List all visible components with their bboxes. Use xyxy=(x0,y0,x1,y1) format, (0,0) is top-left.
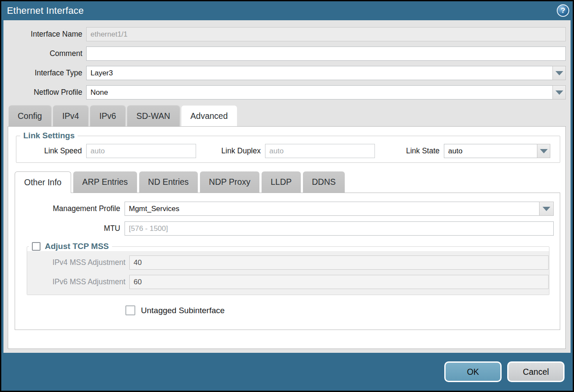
management-profile-dropdown-button[interactable] xyxy=(539,202,554,216)
comment-input[interactable] xyxy=(86,47,566,61)
ipv4-mss-label: IPv4 MSS Adjustment xyxy=(27,258,129,267)
ipv4-mss-row: IPv4 MSS Adjustment xyxy=(27,255,549,270)
link-speed-input[interactable] xyxy=(86,144,196,158)
ipv6-mss-input xyxy=(129,275,549,289)
link-duplex-input[interactable] xyxy=(265,144,375,158)
netflow-profile-row: Netflow Profile xyxy=(3,85,566,100)
comment-row: Comment xyxy=(3,47,566,61)
chevron-down-icon xyxy=(543,207,550,211)
comment-label: Comment xyxy=(3,49,86,58)
interface-type-input[interactable] xyxy=(86,66,553,80)
tab-sdwan[interactable]: SD-WAN xyxy=(127,106,179,126)
subtab-ddns[interactable]: DDNS xyxy=(303,171,345,193)
link-state-input[interactable] xyxy=(444,144,537,158)
dialog-body: Interface Name Comment Interface Type Ne… xyxy=(3,20,571,353)
link-settings-row: Link Speed Link Duplex Link State xyxy=(16,144,560,158)
advanced-panel: Link Settings Link Speed Link Duplex Lin… xyxy=(8,126,566,349)
netflow-profile-input[interactable] xyxy=(86,85,553,100)
ipv6-mss-label: IPv6 MSS Adjustment xyxy=(27,277,129,286)
adjust-tcp-mss-fieldset: Adjust TCP MSS IPv4 MSS Adjustment IPv6 … xyxy=(27,242,549,295)
interface-type-dropdown-button[interactable] xyxy=(552,66,566,80)
adjust-tcp-mss-checkbox[interactable] xyxy=(32,242,41,251)
other-info-panel: Management Profile MTU xyxy=(15,193,560,330)
tab-config[interactable]: Config xyxy=(9,106,51,126)
chevron-down-icon xyxy=(540,149,548,153)
ok-button[interactable]: OK xyxy=(444,361,502,382)
titlebar: Ethernet Interface ? xyxy=(1,1,573,20)
management-profile-row: Management Profile xyxy=(15,202,554,216)
chevron-down-icon xyxy=(555,90,563,95)
netflow-profile-dropdown-button[interactable] xyxy=(552,85,566,100)
sub-tabs: Other Info ARP Entries ND Entries NDP Pr… xyxy=(8,171,565,193)
untagged-subinterface-label: Untagged Subinterface xyxy=(141,306,225,315)
untagged-subinterface-row: Untagged Subinterface xyxy=(15,305,560,315)
window-title: Ethernet Interface xyxy=(7,5,84,16)
chevron-down-icon xyxy=(555,71,563,75)
adjust-tcp-mss-label: Adjust TCP MSS xyxy=(45,242,109,251)
tab-ipv4[interactable]: IPv4 xyxy=(53,106,88,126)
management-profile-input[interactable] xyxy=(125,202,540,216)
link-settings-fieldset: Link Settings Link Speed Link Duplex Lin… xyxy=(16,131,560,163)
mtu-row: MTU xyxy=(15,221,554,236)
interface-name-row: Interface Name xyxy=(3,27,566,41)
subtab-other-info[interactable]: Other Info xyxy=(15,171,71,193)
ipv4-mss-input xyxy=(129,255,549,270)
adjust-tcp-mss-legend: Adjust TCP MSS xyxy=(29,242,112,251)
link-state-dropdown-button[interactable] xyxy=(537,144,550,158)
netflow-profile-label: Netflow Profile xyxy=(3,88,86,97)
cancel-button[interactable]: Cancel xyxy=(507,361,565,382)
link-settings-legend: Link Settings xyxy=(20,131,78,140)
tab-ipv6[interactable]: IPv6 xyxy=(90,106,125,126)
mss-disabled-box: IPv4 MSS Adjustment IPv6 MSS Adjustment xyxy=(27,251,549,295)
main-tabs: Config IPv4 IPv6 SD-WAN Advanced xyxy=(3,106,571,126)
subtab-nd-entries[interactable]: ND Entries xyxy=(139,171,198,193)
link-speed-label: Link Speed xyxy=(16,146,86,156)
help-icon[interactable]: ? xyxy=(557,4,569,17)
subtab-ndp-proxy[interactable]: NDP Proxy xyxy=(200,171,259,193)
interface-name-input xyxy=(86,27,566,41)
management-profile-label: Management Profile xyxy=(15,204,125,213)
subtab-arp-entries[interactable]: ARP Entries xyxy=(73,171,137,193)
mtu-label: MTU xyxy=(15,224,125,233)
mtu-input[interactable] xyxy=(125,221,554,236)
tab-advanced[interactable]: Advanced xyxy=(181,106,237,126)
link-duplex-label: Link Duplex xyxy=(196,146,265,156)
interface-type-row: Interface Type xyxy=(3,66,566,80)
untagged-subinterface-checkbox[interactable] xyxy=(125,305,135,315)
subtab-lldp[interactable]: LLDP xyxy=(262,171,301,193)
ipv6-mss-row: IPv6 MSS Adjustment xyxy=(27,275,549,289)
ethernet-interface-dialog: Ethernet Interface ? Interface Name Comm… xyxy=(0,0,574,392)
footer-bar: OK Cancel xyxy=(1,353,573,391)
link-state-label: Link State xyxy=(375,146,444,156)
interface-type-label: Interface Type xyxy=(3,68,86,78)
interface-name-label: Interface Name xyxy=(3,30,86,39)
